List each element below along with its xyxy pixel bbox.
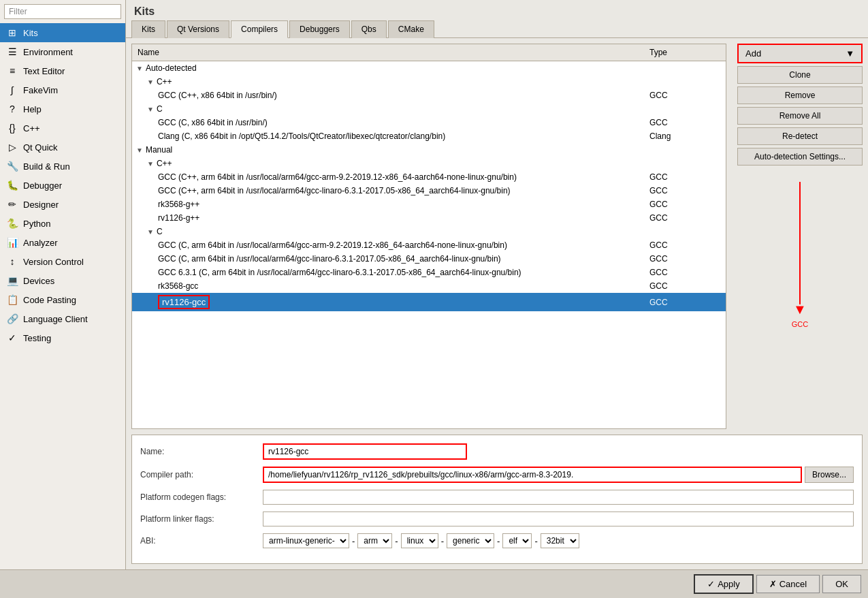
sidebar-item-code-pasting[interactable]: 📋 Code Pasting: [0, 290, 125, 309]
platform-linker-row: Platform linker flags:: [140, 512, 854, 526]
ok-button[interactable]: OK: [822, 575, 861, 593]
table-row[interactable]: GCC (C, x86 64bit in /usr/bin/) GCC: [132, 116, 726, 129]
sidebar-item-label: Kits: [23, 28, 38, 38]
sidebar-item-designer[interactable]: ✏ Designer: [0, 195, 125, 214]
browse-button[interactable]: Browse...: [805, 467, 854, 483]
sidebar-item-label: Devices: [23, 276, 54, 286]
sidebar-item-devices[interactable]: 💻 Devices: [0, 271, 125, 290]
table-row[interactable]: ▼C++: [132, 157, 726, 170]
sidebar-item-build-run[interactable]: 🔧 Build & Run: [0, 157, 125, 176]
filter-input[interactable]: [4, 4, 121, 19]
auto-detection-button[interactable]: Auto-detection Settings...: [737, 148, 863, 166]
tab-kits[interactable]: Kits: [131, 20, 165, 38]
sidebar-item-cpp[interactable]: {} C++: [0, 119, 125, 138]
sidebar-item-python[interactable]: 🐍 Python: [0, 214, 125, 233]
code-pasting-icon: 📋: [7, 294, 18, 305]
table-row[interactable]: GCC (C++, arm 64bit in /usr/local/arm64/…: [132, 184, 726, 198]
table-row[interactable]: ▼C: [132, 225, 726, 238]
sidebar-item-fakevim[interactable]: ∫ FakeVim: [0, 80, 125, 99]
redetect-button[interactable]: Re-detect: [737, 127, 863, 145]
tab-qbs[interactable]: Qbs: [351, 20, 387, 38]
table-row[interactable]: ▼Manual: [132, 143, 726, 157]
sidebar-item-qt-quick[interactable]: ▷ Qt Quick: [0, 138, 125, 157]
sidebar-item-help[interactable]: ? Help: [0, 99, 125, 119]
expand-icon: ▼: [136, 65, 143, 72]
table-row[interactable]: ▼Auto-detected: [132, 61, 726, 76]
detail-form: Name: Compiler path: Browse... Platform …: [131, 435, 863, 564]
tab-bar: Kits Qt Versions Compilers Debuggers Qbs…: [126, 20, 868, 38]
name-label: Name:: [140, 447, 263, 456]
platform-codegen-input[interactable]: [263, 490, 854, 505]
sidebar-item-language-client[interactable]: 🔗 Language Client: [0, 309, 125, 328]
table-row[interactable]: GCC (C, arm 64bit in /usr/local/arm64/gc…: [132, 238, 726, 252]
abi-select-3[interactable]: linux: [401, 533, 438, 548]
table-row[interactable]: GCC (C++, arm 64bit in /usr/local/arm64/…: [132, 170, 726, 184]
sidebar-item-analyzer[interactable]: 📊 Analyzer: [0, 233, 125, 252]
expand-icon: ▼: [147, 106, 154, 113]
sidebar-item-label: Qt Quick: [23, 142, 58, 153]
abi-select-1[interactable]: arm-linux-generic-: [263, 533, 349, 548]
sidebar-item-testing[interactable]: ✓ Testing: [0, 328, 125, 347]
table-row[interactable]: GCC 6.3.1 (C, arm 64bit in /usr/local/ar…: [132, 266, 726, 279]
tab-cmake[interactable]: CMake: [388, 20, 434, 38]
abi-row: ABI: arm-linux-generic- - arm - linux -: [140, 533, 854, 548]
platform-linker-label: Platform linker flags:: [140, 514, 263, 524]
debugger-icon: 🐛: [7, 180, 18, 191]
compiler-path-input[interactable]: [263, 467, 802, 483]
table-row[interactable]: ▼C: [132, 102, 726, 116]
gcc-tooltip: GCC: [737, 317, 863, 331]
sidebar-item-label: Build & Run: [23, 161, 70, 172]
table-row[interactable]: GCC (C, arm 64bit in /usr/local/arm64/gc…: [132, 252, 726, 266]
platform-linker-input[interactable]: [263, 512, 854, 526]
table-row[interactable]: Clang (C, x86 64bit in /opt/Qt5.14.2/Too…: [132, 129, 726, 143]
abi-separator-4: -: [497, 536, 500, 546]
name-input[interactable]: [263, 443, 467, 460]
table-row[interactable]: rv1126-g++ GCC: [132, 211, 726, 225]
apply-button[interactable]: ✓ Apply: [694, 574, 754, 594]
kits-icon: ⊞: [7, 27, 18, 38]
environment-icon: ☰: [7, 46, 18, 57]
analyzer-icon: 📊: [7, 237, 18, 248]
cpp-icon: {}: [7, 123, 18, 133]
python-icon: 🐍: [7, 218, 18, 229]
language-client-icon: 🔗: [7, 313, 18, 324]
red-arrow-line: [799, 182, 801, 304]
tab-qt-versions[interactable]: Qt Versions: [167, 20, 229, 38]
tab-compilers[interactable]: Compilers: [231, 20, 288, 38]
abi-select-2[interactable]: arm: [357, 533, 392, 548]
clone-button[interactable]: Clone: [737, 66, 863, 84]
sidebar: ⊞ Kits ☰ Environment ≡ Text Editor ∫ Fak…: [0, 0, 126, 569]
add-button[interactable]: Add ▼: [737, 44, 863, 63]
add-dropdown-icon: ▼: [846, 48, 854, 59]
sidebar-item-text-editor[interactable]: ≡ Text Editor: [0, 61, 125, 80]
remove-button[interactable]: Remove: [737, 86, 863, 104]
abi-select-6[interactable]: 32bit: [541, 533, 579, 548]
expand-icon: ▼: [147, 228, 154, 236]
table-row[interactable]: ▼C++: [132, 75, 726, 89]
abi-select-5[interactable]: elf: [502, 533, 532, 548]
red-arrow-container: ▼ GCC: [737, 182, 863, 331]
platform-codegen-label: Platform codegen flags:: [140, 492, 263, 502]
sidebar-item-label: Debugger: [23, 180, 62, 191]
sidebar-item-debugger[interactable]: 🐛 Debugger: [0, 176, 125, 195]
abi-select-4[interactable]: generic: [447, 533, 494, 548]
testing-icon: ✓: [7, 332, 18, 343]
sidebar-item-environment[interactable]: ☰ Environment: [0, 42, 125, 61]
sidebar-item-kits[interactable]: ⊞ Kits: [0, 23, 125, 42]
sidebar-item-label: Designer: [23, 200, 59, 210]
tab-debuggers[interactable]: Debuggers: [289, 20, 350, 38]
remove-all-button[interactable]: Remove All: [737, 107, 863, 125]
sidebar-item-version-control[interactable]: ↕ Version Control: [0, 252, 125, 271]
table-row[interactable]: rk3568-gcc GCC: [132, 279, 726, 293]
action-buttons-panel: Add ▼ Clone Remove Remove All Re-detect …: [732, 38, 868, 435]
abi-label: ABI:: [140, 536, 263, 546]
cancel-button[interactable]: ✗ Cancel: [756, 575, 820, 593]
abi-separator-5: -: [534, 536, 537, 546]
sidebar-item-label: Environment: [23, 47, 73, 57]
bottom-bar: ✓ Apply ✗ Cancel OK: [0, 569, 868, 598]
table-row-selected[interactable]: rv1126-gcc GCC: [132, 293, 726, 311]
table-row[interactable]: rk3568-g++ GCC: [132, 198, 726, 211]
table-row[interactable]: GCC (C++, x86 64bit in /usr/bin/) GCC: [132, 89, 726, 102]
red-arrow-tip: ▼: [737, 302, 863, 317]
sidebar-item-label: Help: [23, 104, 42, 114]
